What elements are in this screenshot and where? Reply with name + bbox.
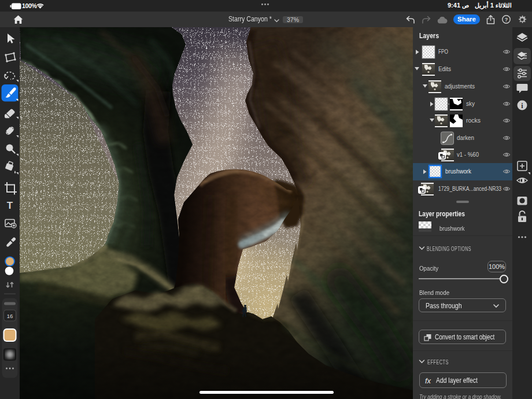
svg-text:rocks: rocks [466,117,481,124]
svg-text:adjustments: adjustments [445,83,475,90]
svg-text:v1 - %60: v1 - %60 [457,151,479,158]
svg-text:sky: sky [466,100,475,107]
svg-text:?: ? [505,17,508,23]
svg-text:Edits: Edits [438,65,451,72]
svg-text:16: 16 [7,313,13,319]
svg-text:FPO: FPO [438,48,448,55]
svg-text:T: T [7,200,13,211]
svg-text:brushwork: brushwork [445,168,472,175]
svg-text:1729_BURKA...anced-NR33: 1729_BURKA...anced-NR33 [438,185,501,192]
svg-text:darken: darken [457,134,474,141]
